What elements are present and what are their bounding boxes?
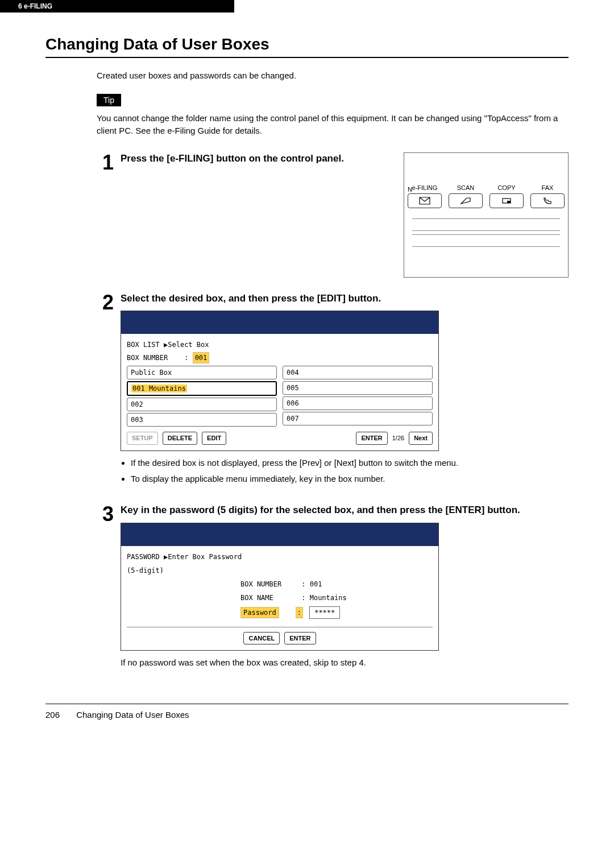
list-item[interactable]: 006 [283,396,433,410]
scan-icon [449,193,483,208]
edit-button[interactable]: EDIT [202,432,226,445]
note-text: If the desired box is not displayed, pre… [131,457,569,470]
step-heading: Key in the password (5 digits) for the s… [121,504,569,517]
list-item[interactable]: 007 [283,412,433,425]
step-1: 1 Press the [e-FILING] button on the con… [45,152,569,278]
box-list-title: BOX LIST ▶Select Box [127,340,433,350]
setup-button[interactable]: SETUP [127,432,158,445]
box-number-label: BOX NUMBER [127,354,168,362]
fax-button[interactable]: FAX [530,184,565,208]
step-number: 3 [91,504,114,669]
control-panel-figure: N e-FILING SCAN COPY [404,152,569,278]
tip-text: You cannot change the folder name using … [97,112,569,138]
list-item[interactable]: 001 Mountains [127,381,277,396]
efiling-icon [408,193,442,208]
colon: : [184,354,188,362]
copy-icon [489,193,524,208]
enter-button[interactable]: ENTER [356,432,387,445]
efiling-button[interactable]: e-FILING [408,184,442,208]
page-indicator: 1/26 [392,433,404,443]
password-screen: PASSWORD ▶Enter Box Password (5-digit) B… [121,523,439,651]
fax-label: FAX [530,184,565,191]
box-number-label: BOX NUMBER [240,579,297,589]
panel-n-label: N [408,186,412,193]
list-item[interactable]: 004 [283,366,433,379]
delete-button[interactable]: DELETE [163,432,197,445]
step-2: 2 Select the desired box, and then press… [45,292,569,489]
copy-button[interactable]: COPY [489,184,524,208]
list-item[interactable]: 002 [127,398,277,411]
step3-after-text: If no password was set when the box was … [121,656,569,669]
list-item[interactable]: 005 [283,381,433,395]
tip-label: Tip [97,94,121,106]
efiling-label: e-FILING [408,184,442,191]
breadcrumb: 6 e-FILING [0,0,234,13]
box-number-value: : 001 [301,580,322,588]
list-item[interactable]: 003 [127,413,277,427]
box-list-screen: BOX LIST ▶Select Box BOX NUMBER : 001 Pu… [121,311,439,451]
password-prompt: PASSWORD ▶Enter Box Password [127,552,433,562]
intro-text: Created user boxes and passwords can be … [97,69,569,82]
list-item[interactable]: Public Box [127,366,277,379]
step-heading: Press the [e-FILING] button on the contr… [121,152,392,166]
next-button[interactable]: Next [409,432,433,445]
box-number-value[interactable]: 001 [193,352,210,363]
scan-label: SCAN [449,184,483,191]
step-heading: Select the desired box, and then press t… [121,292,569,305]
note-text: To display the applicable menu immediate… [131,473,569,486]
colon: : [296,607,303,618]
cancel-button[interactable]: CANCEL [243,632,280,645]
step-number: 1 [91,152,114,278]
page-footer: 206 Changing Data of User Boxes [45,704,569,720]
step-3: 3 Key in the password (5 digits) for the… [45,504,569,669]
box-name-label: BOX NAME [240,593,297,603]
footer-title: Changing Data of User Boxes [76,710,189,720]
password-label: Password [240,607,279,618]
page-title: Changing Data of User Boxes [45,35,569,58]
password-hint: (5-digit) [127,565,433,576]
fax-icon [530,193,565,208]
svg-rect-1 [507,201,511,203]
page-number: 206 [45,710,74,720]
enter-button[interactable]: ENTER [284,632,316,645]
copy-label: COPY [489,184,524,191]
step-number: 2 [91,292,114,489]
scan-button[interactable]: SCAN [449,184,483,208]
box-name-value: : Mountains [301,594,346,602]
password-field[interactable]: ***** [309,606,340,619]
